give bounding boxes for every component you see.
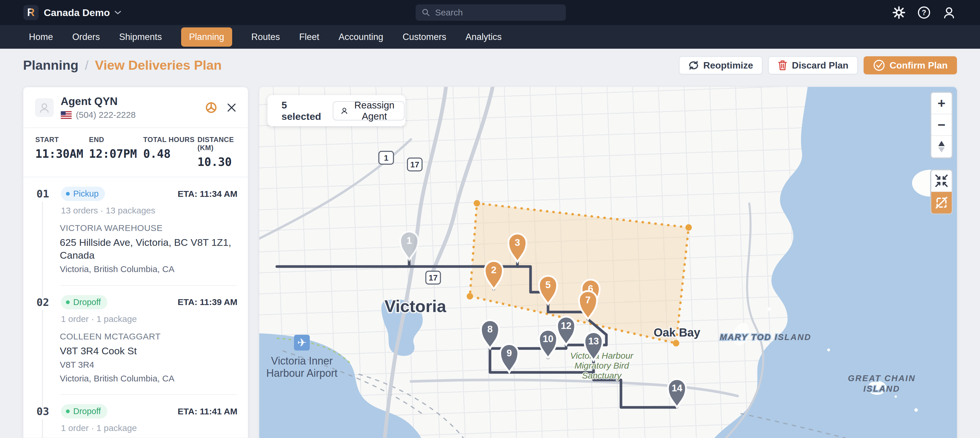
stop-number: 01 <box>37 188 61 200</box>
stop-meta: 13 orders · 13 packages <box>61 206 237 216</box>
map-pin-10[interactable]: 10 <box>539 330 557 358</box>
person-icon <box>341 106 348 116</box>
route-stats: START 11:30AM END 12:07PM TOTAL HOURS 0.… <box>23 128 248 177</box>
chevron-down-icon <box>114 10 122 15</box>
label-oak-bay: Oak Bay <box>654 326 701 339</box>
agent-phone: (504) 222-2228 <box>76 110 135 120</box>
close-icon[interactable] <box>226 102 237 113</box>
reassign-agent-button[interactable]: Reassign Agent <box>333 101 404 121</box>
zoom-out-button[interactable]: − <box>931 114 952 136</box>
ocean-water <box>714 87 957 438</box>
selection-handle[interactable] <box>686 224 692 231</box>
svg-text:8: 8 <box>487 324 493 335</box>
stat-start: START 11:30AM <box>35 136 89 168</box>
label-mary-tod-island: MARY TOD ISLAND <box>720 332 811 342</box>
search-input[interactable] <box>435 8 560 17</box>
map-panel[interactable]: 11717 Victoria Oak Bay MARY TOD ISLAND G… <box>259 87 957 438</box>
stop-number: 03 <box>37 405 61 417</box>
workspace-switcher[interactable]: Canada Demo <box>44 0 122 25</box>
nav-tab-analytics[interactable]: Analytics <box>466 32 502 42</box>
map-pin-8[interactable]: 8 <box>481 320 499 349</box>
map-pin-14[interactable]: 14 <box>668 379 686 407</box>
stop-address: V8T 3R4 Cook St <box>60 344 237 357</box>
breadcrumb-separator: / <box>85 58 89 73</box>
svg-text:2: 2 <box>491 265 496 275</box>
map-selection-tools <box>930 169 953 214</box>
stop-number: 02 <box>37 296 61 308</box>
user-account-icon[interactable] <box>942 5 957 20</box>
stop-item-02[interactable]: 02 Dropoff ETA: 11:39 AM 1 order · 1 pac… <box>23 286 248 393</box>
nav-tab-customers[interactable]: Customers <box>402 32 446 42</box>
stop-contact-name: VICTORIA WAREHOUSE <box>60 223 237 233</box>
selection-handle[interactable] <box>474 200 480 206</box>
fit-bounds-button[interactable] <box>931 170 952 192</box>
agent-name: Agent QYN <box>60 95 198 108</box>
badge-dot <box>66 300 70 304</box>
app-logo[interactable]: R <box>23 5 38 20</box>
search-bar[interactable] <box>415 5 566 21</box>
agent-route-panel: Agent QYN (504) 222-2228 START 11:30AM E… <box>23 87 248 438</box>
box-select-tool-button[interactable] <box>931 192 952 213</box>
nav-tab-accounting[interactable]: Accounting <box>339 32 383 42</box>
highway-shield-17: 17 <box>426 271 441 284</box>
stop-postal: V8T 3R4 <box>60 359 237 371</box>
map-pin-12[interactable]: 12 <box>557 317 575 345</box>
reoptimize-button[interactable]: Reoptimize <box>679 56 762 75</box>
svg-text:9: 9 <box>507 348 512 359</box>
selection-count: 5 selected <box>282 100 321 122</box>
svg-text:1: 1 <box>384 153 388 162</box>
label-airport: Victoria InnerHarbour Airport <box>266 355 337 379</box>
stop-meta: 1 order · 1 package <box>61 314 237 324</box>
badge-dot <box>66 192 70 196</box>
svg-text:17: 17 <box>428 273 438 282</box>
breadcrumb: Planning / View Deliveries Plan <box>23 58 222 73</box>
selection-toolbar: 5 selected Reassign Agent <box>267 95 406 126</box>
map-pin-9[interactable]: 9 <box>500 344 518 372</box>
status-badge-pickup: Pickup <box>61 187 105 201</box>
nav-tab-shipments[interactable]: Shipments <box>119 32 162 42</box>
svg-text:7: 7 <box>585 295 590 305</box>
nav-tab-fleet[interactable]: Fleet <box>299 32 320 42</box>
app-window: R Canada Demo ? Home Orders Shipments Pl… <box>0 0 980 438</box>
stop-item-01[interactable]: 01 Pickup ETA: 11:34 AM 13 orders · 13 p… <box>23 177 248 284</box>
breadcrumb-planning[interactable]: Planning <box>23 58 78 73</box>
route-wheel-icon[interactable] <box>205 101 218 114</box>
svg-text:✈: ✈ <box>297 336 307 349</box>
discard-plan-button[interactable]: Discard Plan <box>768 56 858 75</box>
plan-actions: Reoptimize Discard Plan Confirm Plan <box>679 56 957 75</box>
confirm-plan-button[interactable]: Confirm Plan <box>864 56 957 75</box>
sync-icon <box>688 60 699 70</box>
selection-handle[interactable] <box>467 293 473 300</box>
nav-tab-planning[interactable]: Planning <box>181 27 232 47</box>
nav-tab-home[interactable]: Home <box>29 32 53 42</box>
svg-text:13: 13 <box>588 336 599 346</box>
top-icons: ? <box>891 0 957 25</box>
label-victoria: Victoria <box>384 297 446 316</box>
compass-button[interactable] <box>931 136 952 157</box>
status-badge-dropoff: Dropoff <box>61 295 107 309</box>
stop-region: Victoria, British Columbia, CA <box>60 263 237 275</box>
nav-tab-routes[interactable]: Routes <box>251 32 280 42</box>
workspace-name: Canada Demo <box>44 7 110 18</box>
agent-avatar <box>35 98 54 117</box>
stop-item-03[interactable]: 03 Dropoff ETA: 11:41 AM 1 order · 1 pac… <box>23 395 248 438</box>
stop-address: 625 Hillside Ave, Victoria, BC V8T 1Z1, … <box>60 236 237 262</box>
search-icon <box>422 8 431 17</box>
help-icon[interactable]: ? <box>916 5 932 20</box>
stop-eta: ETA: 11:34 AM <box>178 189 237 199</box>
zoom-in-button[interactable]: + <box>931 93 952 114</box>
top-bar: R Canada Demo ? <box>0 0 980 25</box>
svg-text:3: 3 <box>515 237 520 248</box>
check-circle-icon <box>873 59 885 71</box>
status-badge-dropoff: Dropoff <box>61 404 107 419</box>
stop-contact-name: COLLEEN MCTAGGART <box>60 332 237 341</box>
agent-header: Agent QYN (504) 222-2228 <box>23 87 248 127</box>
stop-meta: 1 order · 1 package <box>61 423 237 433</box>
selection-handle[interactable] <box>673 340 679 346</box>
highway-shield-17: 17 <box>407 158 422 171</box>
badge-dot <box>66 409 70 413</box>
nav-tab-orders[interactable]: Orders <box>72 32 100 42</box>
highway-shield-1: 1 <box>379 151 393 164</box>
main-nav: Home Orders Shipments Planning Routes Fl… <box>0 25 980 49</box>
settings-gear-icon[interactable] <box>891 5 907 20</box>
